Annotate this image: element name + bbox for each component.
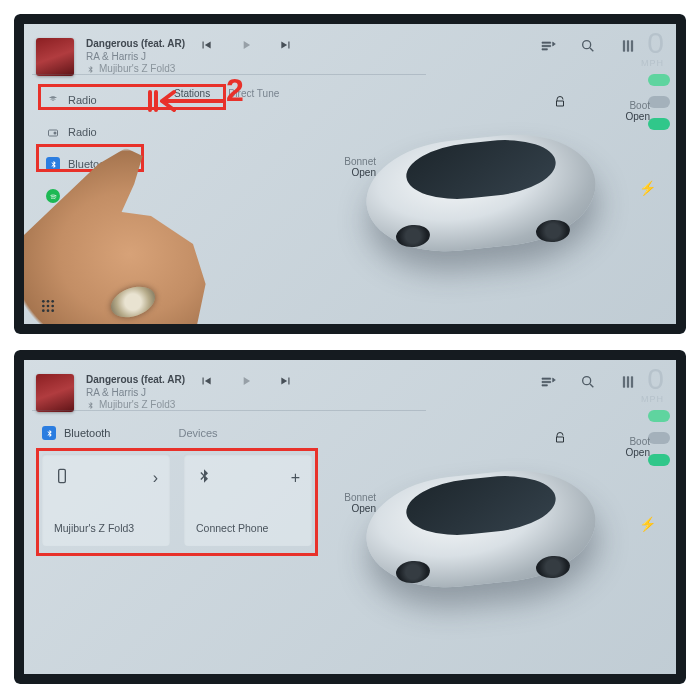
app-launcher-button[interactable]: [40, 298, 56, 318]
media-right-controls: [540, 38, 636, 54]
album-art[interactable]: [36, 374, 74, 412]
screenshot-panel-step1: Dangerous (feat. AR) RA & Harris J Mujib…: [14, 14, 686, 334]
svg-point-8: [47, 305, 50, 308]
screenshot-panel-step2: Dangerous (feat. AR) RA & Harris J Mujib…: [14, 350, 686, 684]
track-artist: RA & Harris J: [86, 51, 185, 64]
svg-point-6: [51, 300, 54, 303]
track-artist: RA & Harris J: [86, 387, 185, 400]
next-icon[interactable]: [279, 374, 293, 388]
next-icon[interactable]: [279, 38, 293, 52]
annotation-highlight-cards: [36, 448, 318, 556]
svg-point-4: [42, 300, 45, 303]
annotation-arrow: [144, 88, 224, 114]
bluetooth-header-label: Bluetooth: [64, 427, 110, 439]
queue-icon[interactable]: [540, 38, 556, 54]
bonnet-label: BonnetOpen: [336, 492, 376, 514]
charge-icon: ⚡: [639, 180, 656, 196]
radio-icon: [46, 125, 60, 139]
status-chip-3: [648, 118, 670, 130]
vehicle-visual: BootOpen BonnetOpen ⚡: [326, 436, 646, 636]
status-chip-1: [648, 410, 670, 422]
speed-unit: MPH: [641, 394, 664, 404]
play-icon[interactable]: [239, 38, 253, 52]
queue-icon[interactable]: [540, 374, 556, 390]
search-icon[interactable]: [580, 374, 596, 390]
search-icon[interactable]: [580, 38, 596, 54]
lock-icon[interactable]: [554, 94, 566, 112]
bluetooth-page-header: Bluetooth Devices: [42, 426, 218, 440]
devices-tab-label[interactable]: Devices: [178, 427, 217, 439]
svg-point-10: [42, 309, 45, 312]
status-chip-1: [648, 74, 670, 86]
speedometer: 0 MPH: [641, 28, 664, 68]
charge-icon: ⚡: [639, 516, 656, 532]
annotation-step-number: 2: [226, 72, 244, 109]
status-chip-2: [648, 96, 670, 108]
playback-controls: [199, 374, 293, 388]
svg-point-2: [54, 132, 57, 135]
svg-point-0: [583, 41, 591, 49]
previous-icon[interactable]: [199, 374, 213, 388]
bonnet-label: BonnetOpen: [336, 156, 376, 178]
previous-icon[interactable]: [199, 38, 213, 52]
status-chip-2: [648, 432, 670, 444]
speed-value: 0: [641, 28, 664, 58]
svg-point-7: [42, 305, 45, 308]
status-indicators: [648, 74, 670, 130]
boot-label: BootOpen: [614, 436, 650, 458]
boot-label: BootOpen: [614, 100, 650, 122]
lock-icon[interactable]: [554, 430, 566, 448]
track-title: Dangerous (feat. AR): [86, 38, 185, 51]
speed-unit: MPH: [641, 58, 664, 68]
svg-point-5: [47, 300, 50, 303]
spotify-icon: [46, 189, 60, 203]
playback-controls: [199, 38, 293, 52]
status-indicators: [648, 410, 670, 466]
svg-point-13: [583, 377, 591, 385]
equalizer-icon[interactable]: [620, 374, 636, 390]
source-label: Radio: [68, 126, 97, 138]
vehicle-visual: BootOpen BonnetOpen ⚡: [326, 100, 646, 300]
album-art[interactable]: [36, 38, 74, 76]
bluetooth-icon: [42, 426, 56, 440]
bluetooth-icon: [86, 65, 95, 74]
status-chip-3: [648, 454, 670, 466]
speed-value: 0: [641, 364, 664, 394]
equalizer-icon[interactable]: [620, 38, 636, 54]
track-title: Dangerous (feat. AR): [86, 374, 185, 387]
svg-point-11: [47, 309, 50, 312]
svg-point-9: [51, 305, 54, 308]
svg-point-12: [51, 309, 54, 312]
media-right-controls: [540, 374, 636, 390]
speedometer: 0 MPH: [641, 364, 664, 404]
bluetooth-icon: [86, 401, 95, 410]
source-radio[interactable]: Radio: [40, 120, 160, 144]
play-icon[interactable]: [239, 374, 253, 388]
